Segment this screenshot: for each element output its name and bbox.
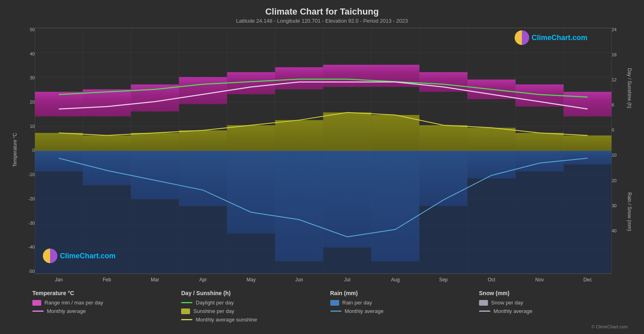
y-tick-r-12: 12	[612, 77, 623, 82]
y-tick-10: 10	[22, 124, 35, 129]
legend-col-temperature: Temperature °C Range min / max per day M…	[32, 290, 181, 323]
logo-circle-bottom	[43, 249, 57, 263]
page-wrapper: Climate Chart for Taichung Latitude 24.1…	[0, 0, 644, 334]
logo-top: ClimeChart.com	[515, 30, 587, 45]
legend-area: Temperature °C Range min / max per day M…	[8, 286, 636, 324]
y-tick-r-40: 40	[612, 228, 623, 233]
logo-text-bottom: ClimeChart.com	[60, 252, 116, 260]
y-tick-40: 40	[22, 51, 35, 56]
y-tick-20: 20	[22, 100, 35, 104]
legend-line-daylight	[181, 302, 192, 303]
legend-swatch-snow	[479, 300, 488, 306]
chart-subtitle: Latitude 24.148 - Longitude 120.701 - El…	[8, 18, 636, 24]
chart-title: Climate Chart for Taichung	[8, 6, 636, 17]
legend-line-rain-avg	[330, 311, 342, 312]
y-tick-r-6: 6	[612, 102, 623, 107]
y-tick-0: 0	[22, 148, 35, 153]
legend-item-snow: Snow per day	[479, 300, 628, 306]
y-tick-r-30: 30	[612, 203, 623, 208]
legend-col-sunshine: Day / Sunshine (h) Daylight per day Suns…	[181, 290, 330, 323]
logo-text-top: ClimeChart.com	[532, 34, 587, 42]
y-tick-r-18: 18	[612, 52, 623, 57]
y-tick-n30: -30	[22, 221, 35, 226]
y-axis-left-label: Temperature °C	[12, 133, 18, 167]
x-tick-nov: Nov	[515, 277, 564, 284]
legend-item-temp-avg: Monthly average	[32, 308, 181, 314]
legend-item-sunshine: Sunshine per day	[181, 308, 330, 314]
legend-col-snow: Snow (mm) Snow per day Monthly average	[479, 290, 628, 323]
x-tick-apr: Apr	[179, 277, 227, 284]
logo-circle-top	[515, 30, 529, 45]
y-tick-50: 50	[22, 27, 35, 32]
x-tick-may: May	[227, 277, 275, 284]
legend-title-snow: Snow (mm)	[479, 290, 628, 296]
copyright: © ClimeChart.com	[8, 324, 636, 330]
legend-label-daylight: Daylight per day	[196, 300, 234, 306]
legend-item-rain: Rain per day	[330, 300, 479, 306]
legend-line-sunshine-avg	[181, 319, 192, 320]
y-tick-r-24: 24	[612, 27, 623, 32]
legend-label-snow: Snow per day	[491, 300, 524, 306]
x-tick-mar: Mar	[131, 277, 179, 284]
legend-item-temp-range: Range min / max per day	[32, 300, 181, 306]
x-tick-feb: Feb	[83, 277, 131, 284]
legend-label-sunshine: Sunshine per day	[193, 308, 234, 314]
y-tick-n10: -10	[22, 172, 35, 177]
legend-label-snow-avg: Monthly average	[494, 308, 532, 314]
chart-header: Climate Chart for Taichung Latitude 24.1…	[8, 4, 636, 25]
logo-bottom: ClimeChart.com	[43, 249, 116, 263]
x-axis: Jan Feb Mar Apr May Jun Jul Aug Sep Oct …	[35, 275, 612, 284]
legend-item-sunshine-avg: Monthly average sunshine	[181, 317, 330, 323]
legend-title-sunshine: Day / Sunshine (h)	[181, 290, 330, 296]
y-tick-n40: -40	[22, 245, 35, 249]
chart-canvas-area: ClimeChart.com ClimeChart.com	[35, 26, 612, 275]
legend-label-rain-avg: Monthly average	[345, 308, 384, 314]
legend-line-snow-avg	[479, 311, 490, 312]
legend-swatch-sunshine	[181, 308, 190, 314]
y-axis-right-bottom-label: Rain / Snow (mm)	[627, 192, 632, 231]
x-tick-jun: Jun	[275, 277, 323, 284]
x-tick-aug: Aug	[371, 277, 419, 284]
legend-swatch-temp-range	[32, 300, 41, 306]
legend-label-sunshine-avg: Monthly average sunshine	[196, 317, 257, 323]
x-tick-sep: Sep	[419, 277, 467, 284]
legend-title-temperature: Temperature °C	[32, 290, 181, 296]
y-axis-right-top-label: Day / Sunshine (h)	[627, 68, 632, 108]
x-tick-jul: Jul	[323, 277, 372, 284]
y-tick-n20: -20	[22, 196, 35, 201]
x-tick-oct: Oct	[467, 277, 515, 284]
legend-title-rain: Rain (mm)	[330, 290, 479, 296]
y-tick-r-10: 10	[612, 153, 623, 157]
legend-item-snow-avg: Monthly average	[479, 308, 628, 314]
legend-line-temp-avg	[32, 311, 44, 312]
x-tick-dec: Dec	[564, 277, 612, 284]
climate-chart-canvas	[35, 26, 612, 275]
legend-col-rain: Rain (mm) Rain per day Monthly average	[330, 290, 479, 323]
legend-label-temp-avg: Monthly average	[47, 308, 86, 314]
y-tick-30: 30	[22, 75, 35, 80]
legend-label-rain: Rain per day	[342, 300, 372, 306]
legend-label-temp-range: Range min / max per day	[44, 300, 103, 306]
legend-item-daylight: Daylight per day	[181, 300, 330, 306]
y-tick-r-20: 20	[612, 178, 623, 183]
x-tick-jan: Jan	[35, 277, 83, 284]
y-tick-n50: -50	[22, 269, 35, 274]
y-tick-r-0: 0	[612, 128, 623, 132]
legend-item-rain-avg: Monthly average	[330, 308, 479, 314]
legend-swatch-rain	[330, 300, 339, 306]
